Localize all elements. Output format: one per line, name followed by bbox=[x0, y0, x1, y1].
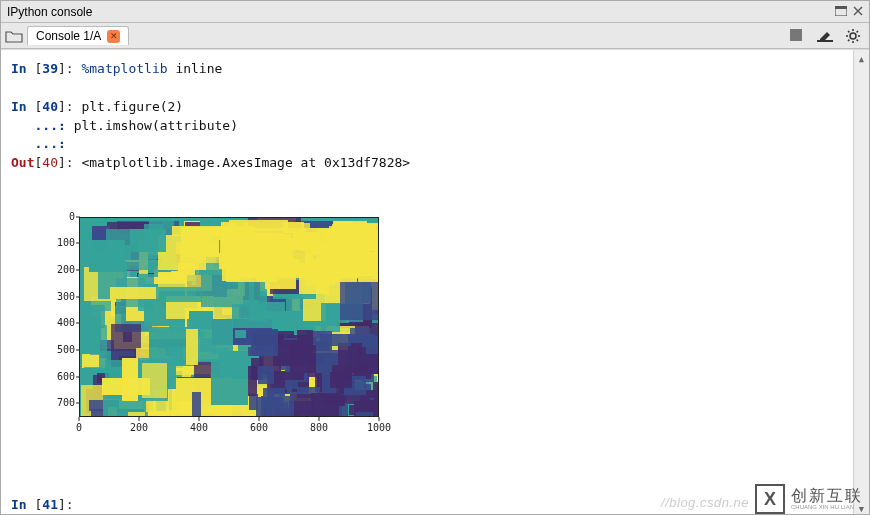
y-tick-label: 100 bbox=[57, 236, 75, 251]
repr-output: <matplotlib.image.AxesImage at 0x13df782… bbox=[81, 155, 410, 170]
watermark-text: //blog.csdn.ne bbox=[661, 495, 749, 510]
brand-name: 创新互联 bbox=[791, 488, 863, 504]
x-tick-label: 200 bbox=[130, 421, 148, 436]
console-tab[interactable]: Console 1/A ✕ bbox=[27, 26, 129, 45]
x-tick-label: 400 bbox=[190, 421, 208, 436]
close-icon[interactable] bbox=[853, 5, 863, 19]
title-bar: IPython console bbox=[1, 1, 869, 23]
y-tick-label: 700 bbox=[57, 396, 75, 411]
brand-mark-icon: X bbox=[755, 484, 785, 514]
svg-rect-3 bbox=[817, 40, 833, 42]
continuation-prompt: ...: bbox=[11, 136, 74, 151]
heatmap-image bbox=[79, 217, 379, 417]
svg-point-4 bbox=[850, 33, 856, 39]
dock-icon[interactable] bbox=[835, 5, 847, 19]
scroll-up-icon[interactable]: ▴ bbox=[854, 50, 869, 66]
y-axis: 0100200300400500600700 bbox=[39, 217, 79, 417]
y-tick-label: 500 bbox=[57, 343, 75, 358]
x-tick-label: 1000 bbox=[367, 421, 391, 436]
in-prompt: In [39]: bbox=[11, 61, 81, 76]
inline-figure: 0100200300400500600700 02004006008001000 bbox=[39, 177, 384, 459]
svg-rect-2 bbox=[790, 29, 802, 41]
brand-sub: CHUANG XIN HU LIAN bbox=[791, 504, 863, 510]
out-prompt: Out[40]: bbox=[11, 155, 81, 170]
continuation-prompt: ...: bbox=[11, 118, 74, 133]
tab-label: Console 1/A bbox=[36, 29, 101, 43]
clear-icon[interactable] bbox=[817, 28, 833, 44]
console-area: In [39]: %matplotlib inline In [40]: plt… bbox=[1, 49, 869, 515]
y-tick-label: 0 bbox=[69, 210, 75, 225]
x-axis: 02004006008001000 bbox=[79, 417, 379, 437]
y-tick-label: 400 bbox=[57, 316, 75, 331]
tab-bar: Console 1/A ✕ bbox=[1, 23, 869, 49]
options-gear-icon[interactable] bbox=[845, 28, 861, 44]
vertical-scrollbar[interactable]: ▴ ▾ bbox=[853, 50, 869, 515]
console-content[interactable]: In [39]: %matplotlib inline In [40]: plt… bbox=[1, 50, 853, 515]
svg-rect-1 bbox=[835, 6, 847, 9]
browse-tabs-icon[interactable] bbox=[5, 29, 23, 43]
code-line: plt.imshow(attribute) bbox=[74, 118, 238, 133]
x-tick-label: 800 bbox=[310, 421, 328, 436]
y-tick-label: 600 bbox=[57, 370, 75, 385]
tab-close-icon[interactable]: ✕ bbox=[107, 30, 120, 43]
y-tick-label: 300 bbox=[57, 290, 75, 305]
brand-logo: X 创新互联 CHUANG XIN HU LIAN bbox=[755, 484, 863, 514]
in-prompt: In [41]: bbox=[11, 497, 81, 512]
stop-icon[interactable] bbox=[789, 28, 805, 44]
x-tick-label: 0 bbox=[76, 421, 82, 436]
x-tick-label: 600 bbox=[250, 421, 268, 436]
y-tick-label: 200 bbox=[57, 263, 75, 278]
plot-area: 0100200300400500600700 02004006008001000 bbox=[39, 215, 384, 440]
code-line: plt.figure(2) bbox=[81, 99, 183, 114]
in-prompt: In [40]: bbox=[11, 99, 81, 114]
window-title: IPython console bbox=[7, 5, 92, 19]
code-line: %matplotlib inline bbox=[81, 61, 222, 76]
